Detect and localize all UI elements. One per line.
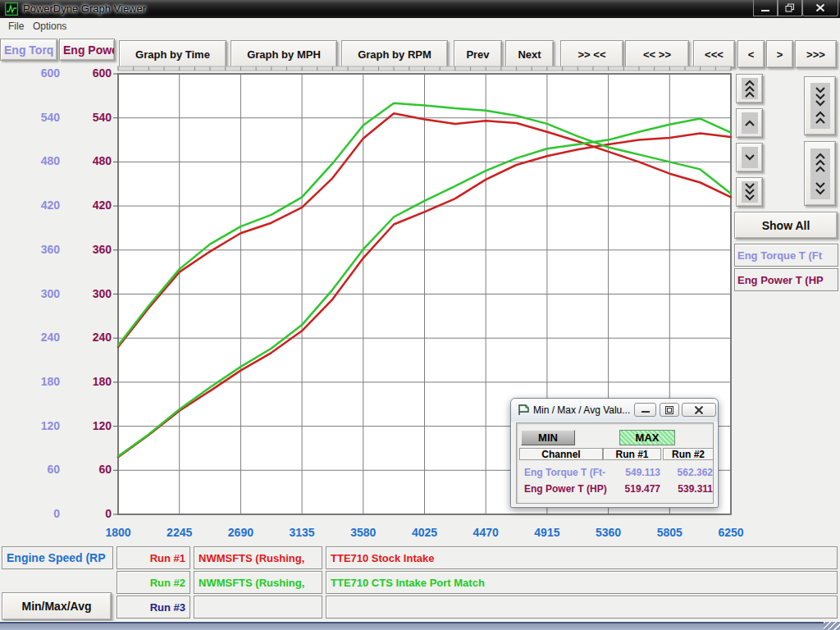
graph-by-rpm-button[interactable]: Graph by RPM xyxy=(341,40,448,68)
graph-by-mph-button[interactable]: Graph by MPH xyxy=(231,40,337,68)
run1-description-box[interactable]: TTE710 Stock Intake xyxy=(326,546,838,569)
y-axis-label-power: 0 xyxy=(62,507,112,520)
x-axis-channel-text: Engine Speed (RP xyxy=(7,551,106,564)
resize-grip[interactable] xyxy=(824,622,840,630)
minmax-window: Min / Max / Avg Valu... MIN MAX Channel … xyxy=(510,398,719,508)
y-scale-down-fast-button[interactable] xyxy=(736,177,763,207)
minmax-power-run1-value: 519.477 xyxy=(605,483,660,495)
run1-operator-box[interactable]: NWMSFTS (Rushing, xyxy=(194,546,322,569)
run3-description-box[interactable] xyxy=(326,596,838,619)
zoom-out-x-button[interactable]: << >> xyxy=(625,40,689,68)
legend-torque-label: Eng Torque T (Ft xyxy=(734,244,838,267)
x-axis-label: 5805 xyxy=(639,526,700,539)
minmax-row-torque-channel: Eng Torque T (Ft- xyxy=(524,467,605,478)
run3-label-box: Run #3 xyxy=(116,596,190,619)
triple-chevron-up-icon xyxy=(742,78,758,99)
channel-button-torque-label: Eng Torq xyxy=(4,43,53,57)
x-axis-label: 6250 xyxy=(701,526,761,539)
column-header-channel: Channel xyxy=(519,448,603,460)
menu-bar: File Options xyxy=(0,18,840,34)
close-button[interactable] xyxy=(802,0,838,16)
y-expand-button[interactable] xyxy=(804,141,836,206)
menu-file[interactable]: File xyxy=(5,21,27,32)
minmax-torque-run2-value: 562.362 xyxy=(657,467,713,478)
run2-description-box[interactable]: TTE710 CTS Intake Port Match xyxy=(326,571,838,594)
y-axis-label-torque: 480 xyxy=(0,154,60,167)
minmax-torque-run1-value: 549.113 xyxy=(605,467,660,478)
chevron-down-icon xyxy=(742,147,758,168)
minmax-close-button[interactable] xyxy=(682,403,716,417)
minmaxavg-button[interactable]: Min/Max/Avg xyxy=(2,592,112,620)
scroll-left-button[interactable]: < xyxy=(737,40,765,68)
y-axis-label-power: 300 xyxy=(62,287,112,300)
x-axis-label: 1800 xyxy=(88,526,148,539)
run2-label: Run #2 xyxy=(150,577,185,589)
x-axis-channel-box: Engine Speed (RP xyxy=(2,546,113,569)
close-icon xyxy=(815,3,825,12)
compress-chevrons-icon xyxy=(810,83,830,129)
minmax-maximize-button[interactable] xyxy=(660,403,679,417)
window-bottom-frame xyxy=(0,621,840,630)
close-icon xyxy=(695,406,703,414)
show-all-button[interactable]: Show All xyxy=(734,212,838,239)
restore-icon xyxy=(785,3,795,12)
legend-power-label: Eng Power T (HP xyxy=(734,268,838,291)
menu-options[interactable]: Options xyxy=(30,21,70,32)
prev-button[interactable]: Prev xyxy=(454,40,502,68)
x-axis-label: 4470 xyxy=(455,526,516,539)
x-axis-label: 3135 xyxy=(272,526,332,539)
minimize-button[interactable] xyxy=(753,0,778,16)
y-axis-label-torque: 300 xyxy=(0,287,60,300)
minmax-power-run2-value: 539.311 xyxy=(657,483,713,495)
y-axis-label-torque: 180 xyxy=(0,375,60,388)
y-axis-label-torque: 120 xyxy=(0,419,60,432)
channel-button-torque[interactable]: Eng Torq xyxy=(0,39,57,61)
run3-label: Run #3 xyxy=(150,601,185,614)
scroll-right-button[interactable]: > xyxy=(766,40,793,68)
zoom-in-x-button[interactable]: >> << xyxy=(560,40,623,68)
maximize-icon xyxy=(665,406,673,414)
y-axis-label-power: 540 xyxy=(62,111,112,124)
x-axis-label: 2245 xyxy=(149,526,210,539)
maximize-button[interactable] xyxy=(778,0,802,16)
min-toggle-button[interactable]: MIN xyxy=(521,430,575,445)
minmax-window-title: Min / Max / Avg Valu... xyxy=(533,404,630,416)
y-scale-down-button[interactable] xyxy=(736,143,763,172)
scroll-right-fast-button[interactable]: >>> xyxy=(795,40,837,68)
scroll-left-fast-button[interactable]: <<< xyxy=(693,40,735,68)
y-compress-button[interactable] xyxy=(804,76,836,135)
run2-description-text: TTE710 CTS Intake Port Match xyxy=(331,577,485,589)
y-axis-label-torque: 540 xyxy=(0,111,60,124)
minmax-row-power-channel: Eng Power T (HP) xyxy=(524,483,607,495)
x-axis-label: 4025 xyxy=(395,526,455,539)
graph-by-time-button[interactable]: Graph by Time xyxy=(119,40,226,68)
legend-torque-text: Eng Torque T (Ft xyxy=(737,249,822,262)
channel-button-power[interactable]: Eng Powe xyxy=(59,39,115,61)
y-scale-up-button[interactable] xyxy=(736,108,763,138)
y-axis-label-power: 60 xyxy=(62,463,112,476)
channel-button-power-label: Eng Powe xyxy=(63,43,115,57)
legend-power-text: Eng Power T (HP xyxy=(737,274,824,286)
max-toggle-button[interactable]: MAX xyxy=(619,430,675,445)
y-axis-label-power: 360 xyxy=(62,243,112,256)
y-axis-label-torque: 240 xyxy=(0,331,60,344)
y-axis-label-power: 240 xyxy=(62,331,112,344)
minimize-icon xyxy=(641,407,650,413)
expand-chevrons-icon xyxy=(810,148,830,199)
next-button[interactable]: Next xyxy=(505,40,554,68)
title-bar[interactable]: PowerDyne Graph Viewer xyxy=(0,0,840,18)
chevron-up-icon xyxy=(742,112,758,134)
run2-label-box: Run #2 xyxy=(116,571,190,594)
y-scale-up-fast-button[interactable] xyxy=(736,74,763,103)
y-axis-label-torque: 60 xyxy=(0,463,60,476)
window-title: PowerDyne Graph Viewer xyxy=(23,2,146,15)
x-axis-label: 2690 xyxy=(210,526,271,539)
y-axis-label-power: 600 xyxy=(62,66,112,80)
y-axis-label-power: 180 xyxy=(62,375,112,388)
run1-label: Run #1 xyxy=(150,552,185,564)
minmax-minimize-button[interactable] xyxy=(634,403,656,417)
y-axis-label-torque: 600 xyxy=(0,66,60,80)
minmax-titlebar[interactable]: Min / Max / Avg Valu... xyxy=(511,399,718,422)
run3-operator-box[interactable] xyxy=(194,596,322,619)
run2-operator-box[interactable]: NWMSFTS (Rushing, xyxy=(194,571,322,594)
